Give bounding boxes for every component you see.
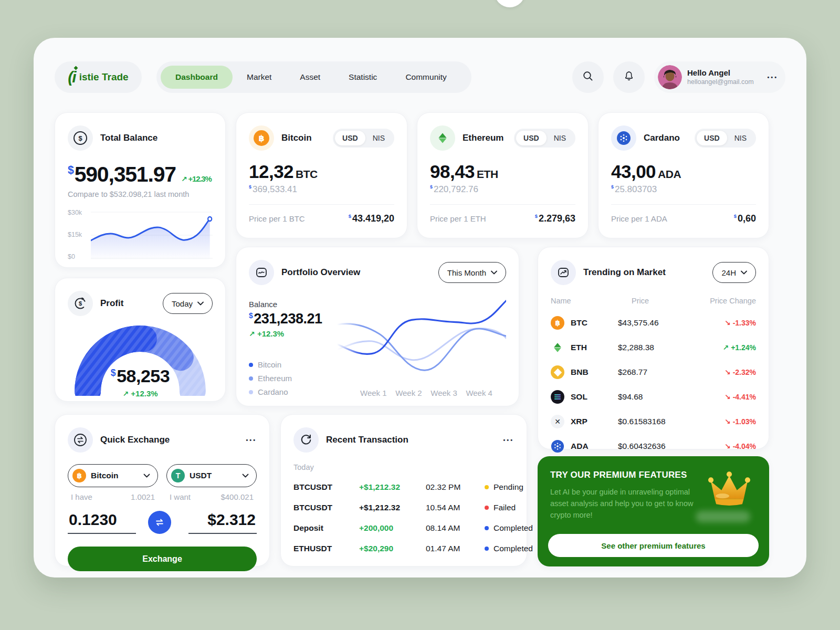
trending-market-card: Trending on Market 24H Name Price Price … [538,247,769,449]
trending-row-ada[interactable]: ADA $0.60432636 ↘ -4.04% [551,439,756,453]
to-amount-input[interactable] [188,511,257,534]
trend-down-icon: ↘ [724,393,731,401]
bell-icon [623,70,635,84]
legend-dot-bitcoin [249,363,253,367]
to-balance-label: I want [170,492,191,501]
user-profile[interactable]: Hello Angel helloangel@gmail.com ••• [654,61,785,93]
user-name: Hello Angel [687,68,754,78]
exchange-button[interactable]: Exchange [68,547,257,571]
brand-logo[interactable]: (i istie Trade [55,61,142,93]
trending-row-sol[interactable]: SOL $94.68 ↘ -4.41% [551,390,756,404]
swap-button[interactable] [148,511,171,534]
trend-up-icon: ↗ [723,343,729,352]
portfolio-balance-value: $231,238.21 [249,311,337,327]
transaction-row[interactable]: Deposit +200,000 08.14 AM Completed [293,523,514,533]
profit-title: Profit [100,298,123,309]
profile-menu-icon[interactable]: ••• [767,74,778,80]
status-dot-failed [485,506,489,510]
legend-item-cardano: Cardano [249,387,337,396]
nav-item-community[interactable]: Community [391,66,460,89]
transaction-row[interactable]: BTCUSDT +$1,212.32 02.32 PM Pending [293,482,514,492]
trend-down-icon: ↘ [724,442,731,450]
dashboard-panel: (i istie Trade Dashboard Market Asset St… [34,38,806,578]
profit-value: $58,253 [55,366,225,386]
trend-down-icon: ↘ [724,417,731,426]
usdt-icon: T [171,469,185,482]
recent-transaction-card: Recent Transaction ••• Today BTCUSDT +$1… [280,414,527,566]
search-button[interactable] [572,61,604,93]
top-notch-decoration [495,0,525,7]
legend-item-bitcoin: Bitcoin [249,360,337,369]
btc-icon: ฿ [72,469,86,482]
nav-item-asset[interactable]: Asset [286,66,334,89]
toggle-usd[interactable]: USD [335,131,365,145]
y-tick: $30k [68,209,91,216]
trending-row-bnb[interactable]: BNB $268.77 ↘ -2.32% [551,365,756,379]
from-amount-input[interactable] [68,511,136,534]
transaction-group-label: Today [293,463,514,471]
ethereum-price: $2.279,63 [535,213,575,224]
cardano-price: $0,60 [734,213,756,224]
from-balance-label: I have [71,492,92,501]
search-icon [582,70,594,84]
sol-icon [551,390,564,404]
toggle-nis[interactable]: NIS [547,131,573,145]
premium-blur-decoration [696,511,750,522]
premium-banner: TRY OUR PREMIUM FEATURES Let AI be your … [538,456,769,566]
toggle-usd[interactable]: USD [697,131,727,145]
bitcoin-price: $43.419,20 [349,213,394,224]
total-balance-change: ↗ +12.3% [181,174,212,183]
cardano-icon [611,125,636,151]
transaction-row[interactable]: BTCUSDT +$1,212.32 10.54 AM Failed [293,503,514,512]
avatar [658,65,682,89]
portfolio-chart-icon [249,260,274,285]
ethereum-price-label: Price per 1 ETH [430,214,486,223]
swap-icon [154,517,165,528]
portfolio-legend: Bitcoin Ethereum Cardano [249,355,337,396]
week-label: Week 1 [360,388,387,397]
nav-item-dashboard[interactable]: Dashboard [161,66,233,89]
week-label: Week 3 [430,388,457,397]
bitcoin-currency-toggle: USD NIS [333,129,394,148]
cardano-title: Cardano [644,133,680,143]
y-tick: $0 [68,253,91,260]
trending-row-xrp[interactable]: ✕XRP $0.61583168 ↘ -1.03% [551,415,756,428]
brand-logo-icon: (i [68,68,75,86]
from-coin-select[interactable]: ฿ Bitcoin [68,464,158,487]
toggle-nis[interactable]: NIS [727,131,754,145]
nav-item-statistic[interactable]: Statistic [334,66,391,89]
btc-icon: ฿ [551,316,564,330]
portfolio-change: ↗ +12.3% [249,329,337,338]
portfolio-period-dropdown[interactable]: This Month [438,262,506,283]
ada-icon [551,439,564,453]
quick-exchange-menu-icon[interactable]: ••• [246,437,257,443]
premium-description: Let AI be your guide in unraveling optim… [550,487,702,521]
legend-dot-ethereum [249,376,253,381]
exchange-icon [68,427,93,453]
bitcoin-amount: 12,32BTC [249,161,394,182]
notifications-button[interactable] [613,61,645,93]
trending-row-eth[interactable]: ETH $2,288.38 ↗ +1.24% [551,341,756,354]
ethereum-title: Ethereum [463,133,503,143]
chevron-down-icon [491,270,497,275]
trend-down-icon: ↘ [724,319,731,327]
profit-period-dropdown[interactable]: Today [163,293,213,314]
toggle-usd[interactable]: USD [516,131,547,145]
transaction-row[interactable]: ETHUSDT +$20,290 01.47 AM Completed [293,544,514,553]
trending-row-btc[interactable]: ฿BTC $43,575.46 ↘ -1.33% [551,316,756,330]
trending-period-dropdown[interactable]: 24H [712,262,756,283]
profit-card: $ Profit Today $58,253 ↗ +12.3 [55,278,226,402]
trend-up-icon: ↗ [181,175,187,183]
toggle-nis[interactable]: NIS [365,131,392,145]
legend-dot-cardano [249,390,253,394]
trending-chart-icon [551,260,576,285]
recent-transaction-menu-icon[interactable]: ••• [503,437,514,443]
premium-button[interactable]: See other premium features [548,534,759,557]
to-balance-row: I want $400.021 [166,492,257,501]
to-coin-select[interactable]: T USDT [166,464,257,487]
ethereum-icon [430,125,455,151]
crown-icon [705,468,753,509]
trending-table-header: Name Price Price Change [551,297,756,305]
nav-item-market[interactable]: Market [233,66,286,89]
from-balance-row: I have 1.0021 [68,492,158,501]
